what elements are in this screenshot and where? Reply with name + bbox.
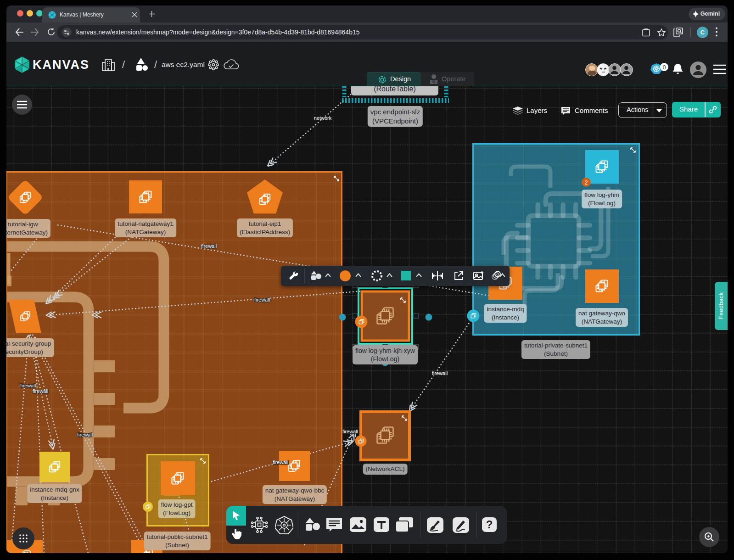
svg-text:0: 0: [663, 64, 666, 71]
svg-text:?: ?: [486, 518, 493, 531]
